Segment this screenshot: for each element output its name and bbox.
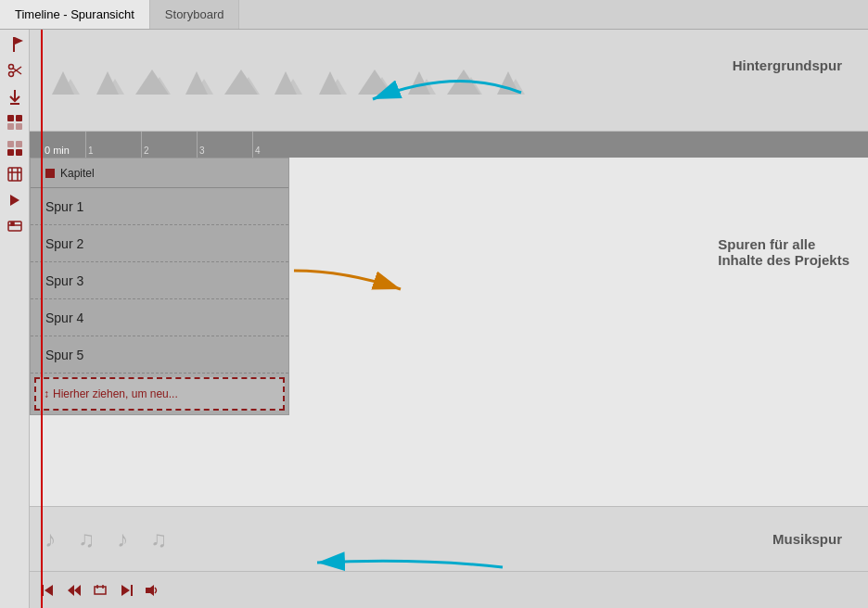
- ruler-mark-4: 4: [252, 132, 308, 158]
- main-area: 0 min 1 2 3 4 Kapitel: [0, 30, 868, 608]
- arrow-down-icon[interactable]: [4, 85, 26, 108]
- svg-rect-13: [7, 141, 14, 147]
- svg-point-3: [8, 72, 13, 77]
- svg-rect-9: [7, 115, 14, 121]
- mountain-icon-4: [178, 62, 215, 99]
- drop-zone-label: Hierher ziehen, um neu...: [53, 387, 178, 400]
- kapitel-label: Kapitel: [60, 167, 95, 180]
- mountain-icon-10: [445, 62, 482, 99]
- keyframe-icon[interactable]: [4, 215, 26, 237]
- ruler-mark-1: 1: [85, 132, 141, 158]
- tab-bar: Timeline - Spuransicht Storyboard: [0, 0, 868, 30]
- mountain-icon-11: [490, 62, 527, 99]
- tab-timeline[interactable]: Timeline - Spuransicht: [0, 0, 150, 29]
- svg-rect-24: [11, 222, 14, 225]
- track-label-5: Spur 5: [45, 348, 83, 362]
- mountain-icon-3: [134, 62, 171, 99]
- background-track: [30, 30, 868, 132]
- svg-marker-56: [146, 585, 154, 596]
- track-item-1[interactable]: Spur 1: [31, 188, 288, 225]
- svg-rect-15: [7, 149, 14, 156]
- scissors-icon[interactable]: [4, 59, 26, 82]
- svg-marker-49: [74, 585, 81, 596]
- drop-zone-icon: ↕: [44, 387, 49, 400]
- track-kapitel: Kapitel: [31, 158, 288, 188]
- tracks-container: Kapitel Spur 1 Spur 2 Spur 3: [30, 158, 868, 608]
- tab-timeline-label: Timeline - Spuransicht: [15, 7, 134, 21]
- svg-marker-50: [68, 585, 74, 596]
- background-track-content: [45, 62, 527, 99]
- track-item-3[interactable]: Spur 3: [31, 262, 288, 299]
- music-track: ♪ ♫ ♪ ♫: [30, 506, 868, 571]
- transform-icon[interactable]: [4, 163, 26, 185]
- playhead-line: [41, 30, 43, 608]
- svg-rect-14: [16, 141, 22, 147]
- volume-button[interactable]: [141, 579, 163, 602]
- bottom-controls: [30, 571, 868, 608]
- skip-end-button[interactable]: [115, 579, 137, 602]
- svg-marker-48: [45, 585, 53, 596]
- svg-rect-10: [16, 115, 22, 121]
- svg-rect-17: [8, 168, 21, 181]
- track-label-4: Spur 4: [45, 310, 83, 325]
- ruler-mark-3: 3: [197, 132, 252, 158]
- ruler-zero: 0 min: [45, 145, 70, 156]
- svg-marker-55: [121, 585, 130, 596]
- ruler: 0 min 1 2 3 4: [30, 132, 868, 158]
- play-icon[interactable]: [4, 189, 26, 211]
- mountain-icon-6: [267, 62, 304, 99]
- music-note-icon-1: ♪: [45, 526, 56, 552]
- svg-rect-0: [13, 37, 15, 52]
- drop-zone[interactable]: ↕ Hierher ziehen, um neu...: [34, 377, 285, 411]
- app-container: Timeline - Spuransicht Storyboard: [0, 0, 868, 608]
- music-note-icon-2: ♫: [78, 526, 95, 552]
- track-label-2: Spur 2: [45, 236, 83, 251]
- svg-rect-51: [95, 587, 106, 594]
- tab-storyboard-label: Storyboard: [165, 7, 224, 21]
- svg-rect-12: [16, 123, 22, 130]
- svg-marker-21: [10, 195, 19, 206]
- ruler-mark-2: 2: [141, 132, 197, 158]
- track-list: Kapitel Spur 1 Spur 2 Spur 3: [30, 158, 289, 415]
- mountain-icon-5: [223, 62, 260, 99]
- mountain-icon-8: [356, 62, 393, 99]
- mountain-icon-9: [401, 62, 438, 99]
- tab-storyboard[interactable]: Storyboard: [150, 0, 240, 29]
- music-note-icon-4: ♫: [150, 526, 167, 552]
- track-item-2[interactable]: Spur 2: [31, 225, 288, 262]
- svg-rect-11: [7, 123, 14, 130]
- music-note-icon-3: ♪: [117, 526, 128, 552]
- ruler-marks: 1 2 3 4: [85, 132, 308, 158]
- split-top-icon[interactable]: [4, 111, 26, 133]
- svg-rect-22: [8, 222, 21, 231]
- svg-marker-1: [15, 37, 23, 44]
- timeline-area: 0 min 1 2 3 4 Kapitel: [30, 30, 868, 608]
- track-item-5[interactable]: Spur 5: [31, 336, 288, 374]
- rewind-button[interactable]: [63, 579, 85, 602]
- fit-button[interactable]: [89, 579, 111, 602]
- marker-icon[interactable]: [4, 33, 26, 56]
- svg-rect-54: [131, 585, 133, 596]
- left-toolbar: [0, 30, 30, 608]
- mountain-icon-1: [45, 62, 82, 99]
- track-item-4[interactable]: Spur 4: [31, 299, 288, 336]
- split-bottom-icon[interactable]: [4, 137, 26, 159]
- mountain-icon-2: [89, 62, 126, 99]
- track-label-3: Spur 3: [45, 273, 83, 288]
- mountain-icon-7: [312, 62, 349, 99]
- svg-rect-16: [16, 149, 22, 156]
- kapitel-dot: [45, 169, 55, 178]
- track-label-1: Spur 1: [45, 199, 83, 214]
- svg-point-2: [8, 65, 13, 70]
